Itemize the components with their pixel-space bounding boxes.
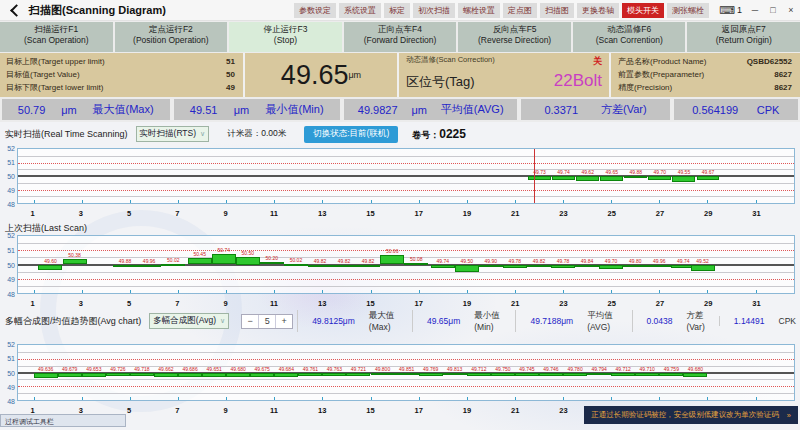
menu-button-扫描图[interactable]: 扫描图 (540, 3, 574, 18)
fkey-停止运行F3[interactable]: 停止运行F3(Stop) (229, 22, 342, 52)
menu-button-模头开关[interactable]: 模头开关 (622, 3, 664, 18)
x-tick (467, 290, 468, 293)
x-tick (130, 200, 131, 203)
realtime-scan-controls: 实时扫描(Real Time Scanning) 实时扫描(RTS) ∨ 计米器… (0, 122, 800, 146)
fkey-扫描运行F1[interactable]: 扫描运行F1(Scan Operation) (0, 22, 113, 52)
data-bar (308, 265, 332, 268)
stepper-plus-button[interactable]: + (276, 315, 292, 328)
target-limit-row: 目标上限(Target upper limit)51 (6, 56, 235, 69)
fkey-正向点车F4[interactable]: 正向点车F4(Forward Direction) (344, 22, 457, 52)
x-axis-label: 23 (556, 300, 570, 308)
menu-button-更换卷轴[interactable]: 更换卷轴 (577, 3, 619, 18)
x-tick (563, 290, 564, 293)
menu-button-参数设定[interactable]: 参数设定 (294, 3, 336, 18)
data-bar-label: 49.82 (362, 259, 375, 264)
gridline (18, 352, 794, 353)
menu-button-定点图[interactable]: 定点图 (503, 3, 537, 18)
x-tick (130, 290, 131, 293)
avg-mode-dropdown[interactable]: 多幅合成图(Avg) ∨ (149, 313, 229, 329)
rts-mode-dropdown[interactable]: 实时扫描(RTS) ∨ (136, 126, 210, 142)
data-bar (130, 373, 154, 377)
keyboard-count: 1 (737, 5, 742, 15)
limit-line (18, 386, 794, 387)
data-bar-label: 49.78 (557, 259, 570, 264)
data-bar (58, 373, 82, 377)
product-info-panel: 产品名称(Product Name)QSBD62552前置参数(Preparam… (611, 53, 800, 97)
plot-area: 49.6050.3849.8849.9650.0250.4550.7450.50… (17, 235, 795, 294)
toast-expand-icon[interactable]: » (787, 411, 791, 420)
data-bar (188, 258, 212, 264)
data-bar-label: 49.662 (158, 367, 173, 372)
x-axis-label: 15 (363, 210, 377, 218)
data-bar-label: 49.67 (702, 170, 715, 175)
data-bar (576, 176, 599, 181)
y-axis-label: 49 (2, 384, 15, 391)
data-bar-label: 49.686 (182, 367, 197, 372)
menu-button-测张螺栓[interactable]: 测张螺栓 (667, 3, 709, 18)
data-bar-label: 49.84 (581, 259, 594, 264)
data-bar (552, 176, 575, 180)
data-bar-label: 49.746 (543, 367, 558, 372)
x-axis-label: 19 (460, 407, 474, 415)
statistics-row: 50.79μm最大值(Max)49.51μm最小值(Min)49.9827μm平… (0, 97, 800, 122)
stat-最小值(Min): 49.51μm最小值(Min) (174, 99, 340, 120)
data-bar (38, 265, 62, 271)
switch-state-button[interactable]: 切换状态:目前(联机) (304, 126, 398, 143)
correction-tag-panel: 动态温修(Scan Correction) 关 区位号(Tag) 22Bolt (399, 53, 609, 97)
remote-control-toast[interactable]: 正通过长期验证码被控，安全级别低建议改为单次验证码 » (584, 406, 798, 424)
data-bar (371, 373, 395, 376)
data-bar-label: 49.721 (351, 367, 366, 372)
y-axis-label: 48 (2, 201, 15, 208)
y-axis-label: 51 (2, 159, 15, 166)
data-bar (106, 373, 130, 377)
menu-button-初次扫描[interactable]: 初次扫描 (413, 3, 455, 18)
data-bar (322, 373, 346, 376)
fkey-反向点车F5[interactable]: 反向点车F5(Reverse Direction) (458, 22, 571, 52)
data-bar (647, 265, 671, 267)
menu-button-标定[interactable]: 标定 (384, 3, 410, 18)
maximize-button[interactable]: □ (764, 5, 782, 15)
data-bar-label: 49.680 (231, 367, 246, 372)
x-tick (371, 290, 372, 293)
menu-button-螺栓设置[interactable]: 螺栓设置 (458, 3, 500, 18)
keyboard-icon[interactable]: ⌨ (719, 4, 735, 17)
data-bar-label: 49.88 (119, 259, 132, 264)
data-bar (356, 265, 380, 268)
avg-chart-label: 多幅合成图/均值趋势图(Avg chart) (5, 315, 141, 328)
minimize-button[interactable]: ─ (746, 5, 764, 15)
gridline (18, 286, 794, 287)
scan-correction-state[interactable]: 关 (593, 55, 602, 68)
x-tick (419, 200, 420, 203)
x-tick (371, 200, 372, 203)
data-bar (202, 373, 226, 378)
function-key-row: 扫描运行F1(Scan Operation)定点运行F2(Position Op… (0, 21, 800, 53)
data-bar-label: 49.712 (616, 367, 631, 372)
menu-button-系统设置[interactable]: 系统设置 (339, 3, 381, 18)
fkey-动态温修F6[interactable]: 动态温修F6(Scan Corrention) (573, 22, 686, 52)
tag-value: 22Bolt (554, 71, 602, 91)
x-axis-label: 5 (122, 407, 136, 415)
plot-area: 49.63649.67949.65349.72649.71849.66249.6… (17, 344, 795, 401)
fkey-定点运行F2[interactable]: 定点运行F2(Position Operation) (115, 22, 228, 52)
y-axis-label: 49 (2, 276, 15, 283)
stat-CPK: 0.564199CPK (674, 99, 798, 120)
data-bar (599, 265, 623, 269)
close-button[interactable]: × (782, 5, 800, 15)
x-axis-label: 21 (508, 210, 522, 218)
x-axis-label: 7 (170, 407, 184, 415)
avg-statistics: 49.8125μm最大值(Max)49.65μm最小值(Min)49.7188μ… (297, 310, 796, 332)
back-chevron-icon[interactable] (10, 4, 23, 17)
data-bar-label: 49.74 (436, 259, 449, 264)
x-tick (322, 397, 323, 400)
gridline (18, 156, 794, 157)
stepper-minus-button[interactable]: − (242, 315, 258, 328)
rts-label: 实时扫描(Real Time Scanning) (5, 128, 128, 141)
data-bar (539, 373, 563, 376)
fkey-返回原点F7[interactable]: 返回原点F7(Return Origin) (687, 22, 800, 52)
y-axis-label: 52 (2, 341, 15, 348)
gridline (18, 183, 794, 184)
data-bar-label: 49.636 (38, 367, 53, 372)
data-bar (284, 264, 308, 266)
plot-area: 49.7349.7449.6249.6549.8849.7049.5549.67 (17, 148, 795, 204)
debug-toolbar-tab[interactable]: 过程调试工具栏 (0, 414, 126, 427)
